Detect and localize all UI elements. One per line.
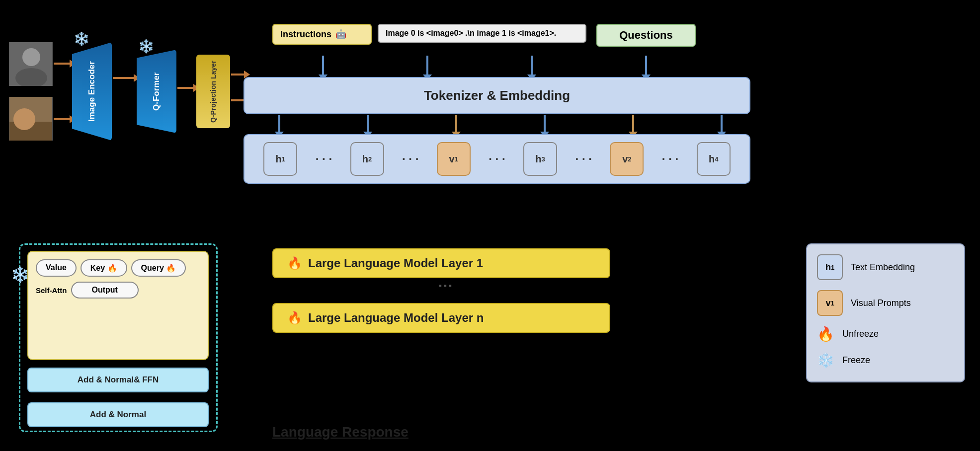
self-attn-row: Self-Attn Output	[36, 282, 200, 299]
qformer-label: Q-Former	[152, 72, 162, 110]
tokenizer-box: Tokenizer & Embedding	[244, 77, 750, 114]
key-btn: Key 🔥	[81, 259, 127, 277]
llm-layern: 🔥 Large Language Model Layer n	[272, 303, 610, 333]
instructions-box: Instructions 🤖	[272, 24, 372, 45]
arrow-proj-tok-top	[231, 74, 245, 75]
llm-layern-label: Large Language Model Layer n	[308, 311, 484, 325]
query-btn: Query 🔥	[131, 259, 186, 277]
image-text-label: Image 0 is <image0> .\n image 1 is <imag…	[386, 29, 556, 38]
token-h3: h3	[523, 142, 557, 176]
questions-label: Questions	[619, 29, 673, 42]
dots1: · · ·	[316, 152, 332, 166]
dots5: · · ·	[662, 152, 678, 166]
add-norm-label: Add & Normal	[90, 410, 146, 420]
output-btn: Output	[71, 282, 139, 299]
dots3: · · ·	[489, 152, 505, 166]
transformer-inner: Value Key 🔥 Query 🔥 Self-Attn Output	[27, 251, 209, 360]
legend-row-visual: v1 Visual Prompts	[817, 290, 954, 316]
add-norm-ffn-label: Add & Normal& FFN	[78, 375, 159, 385]
llm-layer1-label: Large Language Model Layer 1	[308, 256, 483, 270]
legend-box: h1 Text Embedding v1 Visual Prompts 🔥 Un…	[806, 243, 965, 382]
arrow-img-bottom-encoder	[54, 118, 71, 120]
freeze-icon: ❄️	[817, 352, 834, 369]
tokenizer-label: Tokenizer & Embedding	[424, 88, 570, 103]
token-h1: h1	[263, 142, 297, 176]
questions-box: Questions	[596, 24, 696, 47]
add-norm-box: Add & Normal	[27, 402, 209, 427]
legend-row-freeze: ❄️ Freeze	[817, 352, 954, 369]
qformer-freeze-icon: ❄️	[138, 39, 154, 54]
unfreeze-icon: 🔥	[817, 326, 834, 342]
down-arrow-instructions	[322, 56, 324, 75]
token-sequence: h1 · · · h2 · · · v1 · · · h3 · · · v2 ·…	[244, 134, 750, 184]
legend-visual-label: Visual Prompts	[851, 298, 911, 308]
llm-fire-icon-1: 🔥	[287, 256, 302, 270]
projection-block: Q-Projection Layer	[196, 55, 230, 128]
llm-fire-icon-n: 🔥	[287, 311, 302, 325]
down-arrow-tok6	[721, 115, 723, 133]
arrow-encoder-qformer	[113, 77, 135, 79]
down-arrow-image0	[426, 56, 428, 75]
encoder-freeze-icon: ❄️	[74, 31, 89, 47]
arrow-qformer-proj	[177, 87, 194, 89]
down-arrow-tok5	[632, 115, 634, 133]
self-attn-label: Self-Attn	[36, 286, 67, 295]
svg-point-5	[13, 108, 35, 130]
image-encoder-label: Image Encoder	[87, 61, 97, 122]
down-arrow-questions	[645, 56, 647, 75]
token-v1: v1	[437, 142, 471, 176]
arrow-img-top-encoder	[54, 63, 71, 65]
token-h2: h2	[350, 142, 384, 176]
diagram-container: Image Encoder ❄️ Q-Former ❄️ Q-Projectio…	[0, 0, 980, 451]
token-v2: v2	[610, 142, 644, 176]
llm-layer1: 🔥 Large Language Model Layer 1	[272, 248, 610, 278]
down-arrow-tok1	[278, 115, 280, 133]
image-text-box: Image 0 is <image0> .\n image 1 is <imag…	[378, 24, 586, 43]
input-image-top	[9, 42, 53, 86]
arrow-proj-tok-bot	[231, 99, 245, 101]
add-norm-ffn-box: Add & Normal& FFN	[27, 368, 209, 392]
down-arrow-image1	[531, 56, 533, 75]
token-h4: h4	[697, 142, 731, 176]
dots2: · · ·	[402, 152, 418, 166]
input-image-bottom	[9, 97, 53, 141]
llm-layer-dots: ⋮	[437, 279, 454, 295]
value-btn: Value	[36, 259, 77, 277]
unfreeze-label: Unfreeze	[842, 329, 879, 339]
language-response-label: Language Response	[272, 424, 408, 440]
svg-point-1	[22, 48, 40, 66]
attn-row: Value Key 🔥 Query 🔥	[36, 259, 200, 277]
down-arrow-tok2	[367, 115, 369, 133]
instructions-label: Instructions	[280, 29, 331, 40]
projection-label: Q-Projection Layer	[209, 60, 217, 122]
legend-row-unfreeze: 🔥 Unfreeze	[817, 326, 954, 342]
instructions-icon: 🤖	[335, 29, 346, 40]
language-response: Language Response	[272, 424, 408, 440]
down-arrow-tok4	[544, 115, 546, 133]
legend-token-visual: v1	[817, 290, 843, 316]
image-encoder-block: Image Encoder	[72, 42, 112, 141]
legend-text-label: Text Embedding	[851, 262, 915, 273]
legend-row-text: h1 Text Embedding	[817, 254, 954, 280]
freeze-label: Freeze	[842, 355, 870, 366]
dots4: · · ·	[575, 152, 592, 166]
qformer-block: Q-Former	[137, 50, 176, 133]
legend-token-text: h1	[817, 254, 843, 280]
transformer-freeze-icon: ❄️	[11, 266, 29, 283]
down-arrow-tok3	[455, 115, 457, 133]
